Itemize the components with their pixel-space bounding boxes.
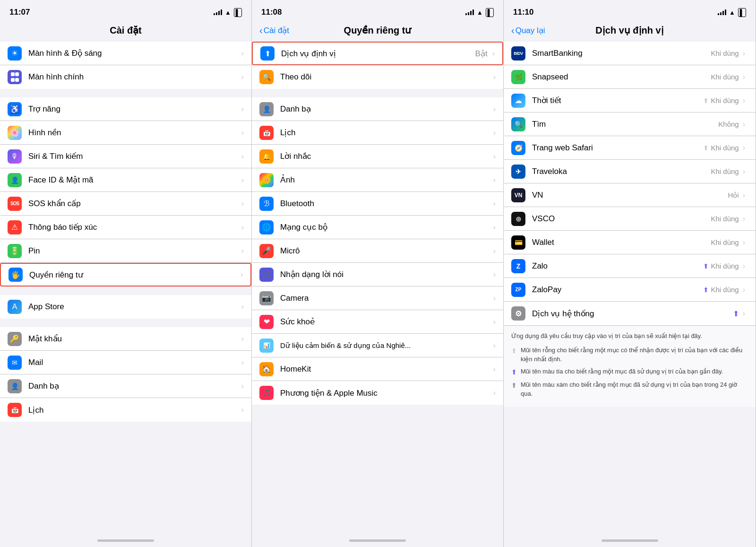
camera-icon: 📷 (259, 291, 274, 305)
wallet-icon: 💳 (511, 235, 525, 250)
zalo-arrow-icon: ⬆ (703, 262, 709, 270)
danh-ba-p-icon: 👤 (259, 102, 274, 116)
location-item-wallet[interactable]: 💳 Wallet Khi dùng › (504, 231, 756, 254)
chevron-icon: › (241, 152, 244, 161)
man-hinh-chinh-label: Màn hình chính (28, 72, 240, 82)
wifi-icon-2: ▲ (477, 9, 483, 16)
he-thong-arrow-icon: ⬆ (733, 309, 739, 318)
mail-icon: ✉ (8, 356, 22, 370)
privacy-item-anh[interactable]: 🌼 Ảnh › (252, 168, 503, 192)
du-lieu-icon: 📊 (259, 339, 274, 353)
chevron-icon: › (493, 365, 496, 373)
vsco-icon: ◎ (511, 212, 525, 226)
location-item-dich-vu-he-thong[interactable]: ⚙ Dịch vụ hệ thống ⬆ › (504, 302, 756, 325)
du-lieu-label: Dữ liệu cảm biến & sử dụng của Nghiê... (280, 341, 491, 350)
sidebar-item-app-store[interactable]: A App Store › (0, 295, 251, 319)
dich-vu-dinh-vi-label: Dịch vụ định vị (281, 49, 475, 59)
location-item-smart-banking[interactable]: BIDV SmartBanking Khi dùng › (504, 42, 756, 65)
chevron-icon: › (493, 129, 496, 137)
section-permissions: 👤 Danh bạ › 📅 Lịch › 🔔 Lời nhắc › 🌼 Ảnh … (252, 97, 503, 405)
privacy-item-mang-cuc-bo[interactable]: 🌐 Mạng cục bộ › (252, 216, 503, 239)
chevron-icon: › (493, 389, 496, 397)
sidebar-item-tro-nang[interactable]: ♿ Trợ năng › (0, 97, 251, 121)
privacy-item-theo-doi[interactable]: 🔍 Theo dõi › (252, 65, 503, 89)
home-bar-2 (349, 539, 406, 542)
chevron-icon: › (241, 270, 243, 279)
back-label-2: Cài đặt (264, 26, 289, 35)
nav-bar-1: Cài đặt (0, 21, 251, 42)
dich-vu-dinh-vi-icon: ⬆ (260, 46, 275, 61)
privacy-item-suc-khoe[interactable]: ❤ Sức khoẻ › (252, 310, 503, 334)
privacy-item-homekit[interactable]: 🏠 HomeKit › (252, 357, 503, 381)
location-list[interactable]: BIDV SmartBanking Khi dùng › 🌿 Snapseed … (504, 42, 756, 534)
chevron-icon: › (241, 49, 244, 58)
thoi-tiet-value: ⬆ Khi dùng › (703, 96, 745, 105)
sidebar-item-siri[interactable]: 🎙 Siri & Tìm kiếm › (0, 145, 251, 168)
homekit-icon: 🏠 (259, 362, 274, 376)
tim-label: Tìm (532, 120, 718, 129)
arrow-outline-icon: ⬆ (703, 97, 709, 104)
mat-khau-icon: 🔑 (8, 332, 22, 346)
location-item-vn[interactable]: VN VN Hỏi › (504, 183, 756, 207)
sidebar-item-quyen-rieng-tu[interactable]: 🖐 Quyền riêng tư › (0, 263, 251, 287)
nav-title-1: Cài đặt (110, 25, 142, 36)
thoi-tiet-icon: ☁ (511, 94, 525, 108)
phuong-tien-label: Phương tiện & Apple Music (280, 388, 491, 398)
sidebar-item-thong-bao[interactable]: ⚠ Thông báo tiếp xúc › (0, 216, 251, 239)
mang-cuc-bo-icon: 🌐 (259, 220, 274, 234)
signal-icon-2 (465, 9, 474, 15)
sidebar-item-lich[interactable]: 📅 Lịch › (0, 398, 251, 422)
app-store-label: App Store (28, 302, 240, 312)
sidebar-item-danh-ba[interactable]: 👤 Danh bạ › (0, 374, 251, 398)
privacy-item-phuong-tien[interactable]: 🎵 Phương tiện & Apple Music › (252, 381, 503, 405)
thoi-tiet-label: Thời tiết (532, 96, 703, 105)
location-item-vsco[interactable]: ◎ VSCO Khi dùng › (504, 207, 756, 231)
settings-list[interactable]: ☀ Màn hình & Độ sáng › Màn hình chính › … (0, 42, 251, 534)
privacy-item-camera[interactable]: 📷 Camera › (252, 287, 503, 310)
legend-text-gray: Mũi tên màu xám cho biết rằng một mục đã… (521, 380, 748, 399)
micro-label: Micrô (280, 246, 491, 256)
sidebar-item-pin[interactable]: 🔋 Pin › (0, 239, 251, 263)
privacy-item-nhan-dang[interactable]: 🎵 Nhận dạng lời nói › (252, 263, 503, 287)
sidebar-item-face-id[interactable]: 👤 Face ID & Mật mã › (0, 168, 251, 192)
sidebar-item-hinh-nen[interactable]: 🌸 Hình nền › (0, 121, 251, 145)
location-item-traveloka[interactable]: ✈ Traveloka Khi dùng › (504, 160, 756, 183)
location-item-snapseed[interactable]: 🌿 Snapseed Khi dùng › (504, 65, 756, 89)
homekit-label: HomeKit (280, 365, 491, 374)
pin-label: Pin (28, 246, 240, 256)
sidebar-item-mail[interactable]: ✉ Mail › (0, 351, 251, 374)
legend-text-filled: Mũi tên màu tía cho biết rằng một mục đã… (521, 367, 723, 376)
pin-icon: 🔋 (8, 244, 22, 258)
location-item-tim[interactable]: 🔍 Tìm Không › (504, 113, 756, 136)
smart-banking-icon: BIDV (511, 46, 525, 61)
wifi-icon-1: ▲ (225, 9, 231, 16)
privacy-item-lich[interactable]: 📅 Lịch › (252, 121, 503, 145)
bluetooth-icon: ℬ (259, 197, 274, 211)
location-item-thoi-tiet[interactable]: ☁ Thời tiết ⬆ Khi dùng › (504, 89, 756, 113)
privacy-item-micro[interactable]: 🎤 Micrô › (252, 239, 503, 263)
sidebar-item-man-hinh-do-sang[interactable]: ☀ Màn hình & Độ sáng › (0, 42, 251, 65)
location-item-zalo[interactable]: Z Zalo ⬆ Khi dùng › (504, 254, 756, 278)
sidebar-item-man-hinh-chinh[interactable]: Màn hình chính › (0, 65, 251, 89)
status-icons-2: ▲ ▌ (465, 8, 494, 17)
micro-icon: 🎤 (259, 244, 274, 258)
privacy-item-dich-vu-dinh-vi[interactable]: ⬆ Dịch vụ định vị Bật › (252, 42, 503, 65)
privacy-item-loi-nhac[interactable]: 🔔 Lời nhắc › (252, 145, 503, 168)
location-item-safari[interactable]: 🧭 Trang web Safari ⬆ Khi dùng › (504, 136, 756, 160)
privacy-list[interactable]: ⬆ Dịch vụ định vị Bật › 🔍 Theo dõi › 👤 D… (252, 42, 503, 534)
back-button-3[interactable]: ‹ Quay lại (511, 25, 545, 36)
he-thong-icon: ⚙ (511, 306, 525, 321)
location-item-zalopay[interactable]: ZP ZaloPay ⬆ Khi dùng › (504, 278, 756, 302)
zalopay-arrow-icon: ⬆ (703, 286, 709, 294)
privacy-item-danh-ba[interactable]: 👤 Danh bạ › (252, 97, 503, 121)
anh-label: Ảnh (280, 175, 491, 185)
smart-banking-value: Khi dùng › (711, 49, 745, 58)
privacy-item-bluetooth[interactable]: ℬ Bluetooth › (252, 192, 503, 216)
sidebar-item-sos[interactable]: SOS SOS khẩn cấp › (0, 192, 251, 216)
privacy-item-du-lieu[interactable]: 📊 Dữ liệu cảm biến & sử dụng của Nghiê..… (252, 334, 503, 357)
sidebar-item-mat-khau[interactable]: 🔑 Mật khẩu › (0, 327, 251, 351)
chevron-icon: › (493, 341, 496, 350)
back-button-2[interactable]: ‹ Cài đặt (259, 25, 289, 36)
chevron-icon: › (241, 105, 244, 113)
zalopay-value: ⬆ Khi dùng › (703, 286, 745, 294)
